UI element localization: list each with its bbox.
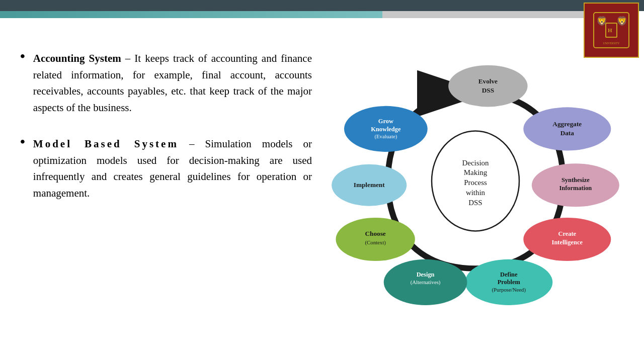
bullet-text-2: Model Based System – Simulation models o… — [33, 136, 312, 201]
dss-diagram: Decision Making Process within DSS Evolv… — [330, 40, 621, 322]
bullet-point-1: • — [20, 48, 25, 64]
evolve-dss-label1: Evolve — [478, 77, 498, 85]
center-text-line5: DSS — [468, 199, 482, 207]
synthesize-label2: Information — [559, 185, 592, 192]
define-problem-label1: Define — [500, 271, 518, 278]
gray-stripe — [382, 11, 584, 18]
bullet-point-2: • — [20, 134, 25, 150]
svg-text:UNIVERSITY: UNIVERSITY — [603, 42, 620, 45]
evolve-dss-label2: DSS — [482, 86, 494, 94]
bullet-text-1: Accounting System – It keeps track of ac… — [33, 50, 312, 116]
choose-label1: Choose — [365, 230, 386, 237]
evolve-dss-node — [448, 65, 527, 107]
design-label1: Design — [417, 271, 435, 278]
implement-label: Implement — [354, 181, 385, 189]
center-text-line4: within — [466, 189, 486, 197]
center-text-line1: Decision — [462, 159, 490, 167]
grow-knowledge-label2: Knowledge — [371, 126, 401, 133]
dash-2: – — [179, 138, 205, 150]
svg-text:H: H — [608, 27, 612, 33]
accounting-title: Accounting System — [33, 52, 121, 64]
text-panel: • Accounting System – It keeps track of … — [20, 35, 322, 221]
design-label2: (Alternatives) — [411, 279, 441, 286]
define-problem-label3: (Purpose/Need) — [492, 287, 526, 293]
bullet-item-2: • Model Based System – Simulation models… — [20, 136, 312, 201]
grow-knowledge-label1: Grow — [378, 118, 393, 125]
bullet-item-1: • Accounting System – It keeps track of … — [20, 50, 312, 116]
aggregate-data-label1: Aggregate — [552, 120, 582, 128]
center-text-line2: Making — [464, 168, 488, 176]
university-logo: 🦁 🦁 H UNIVERSITY — [584, 3, 639, 58]
model-title: Model Based System — [33, 138, 179, 150]
main-content: • Accounting System – It keeps track of … — [0, 25, 644, 362]
dash-1: – — [121, 52, 135, 64]
create-intel-label2: Intelligence — [552, 239, 583, 246]
teal-stripe — [0, 11, 382, 18]
top-bar — [0, 0, 644, 11]
synthesize-label1: Synthesize — [561, 176, 590, 184]
aggregate-data-label2: Data — [560, 129, 575, 137]
grow-knowledge-label3: (Evaluate) — [374, 133, 397, 140]
center-text-line3: Process — [464, 178, 487, 187]
define-problem-label2: Problem — [498, 279, 521, 286]
diagram-panel: Decision Making Process within DSS Evolv… — [322, 35, 629, 322]
create-intel-label1: Create — [558, 230, 576, 237]
logo-svg: 🦁 🦁 H UNIVERSITY — [591, 10, 631, 50]
choose-label2: (Context) — [365, 239, 386, 246]
svg-text:🦁: 🦁 — [616, 16, 628, 27]
